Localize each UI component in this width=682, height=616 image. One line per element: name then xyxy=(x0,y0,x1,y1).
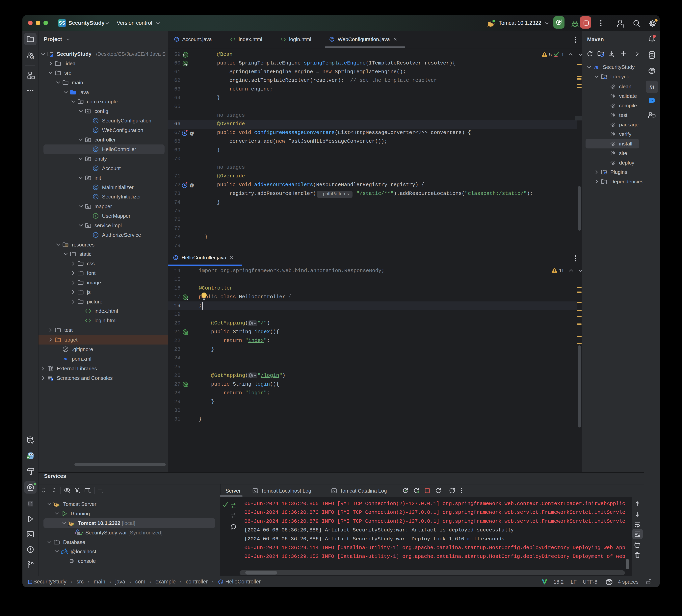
svg-text:C: C xyxy=(94,128,97,132)
svg-text:C: C xyxy=(220,580,222,584)
svg-text:C: C xyxy=(176,38,178,41)
svg-text:?: ? xyxy=(31,56,33,59)
svg-text:C: C xyxy=(331,38,333,41)
svg-text:m: m xyxy=(594,64,598,70)
svg-text:C: C xyxy=(94,185,97,189)
svg-text:C: C xyxy=(94,166,97,170)
svg-text:C: C xyxy=(94,233,97,237)
svg-text:m: m xyxy=(64,356,67,362)
svg-text:m: m xyxy=(650,83,654,90)
svg-text:I: I xyxy=(95,214,96,218)
svg-text:C: C xyxy=(94,195,97,199)
svg-text:C: C xyxy=(94,119,97,123)
svg-text:C: C xyxy=(94,147,97,152)
svg-text:@: @ xyxy=(190,182,194,189)
svg-text:@: @ xyxy=(190,130,194,137)
svg-text:C: C xyxy=(175,256,177,259)
